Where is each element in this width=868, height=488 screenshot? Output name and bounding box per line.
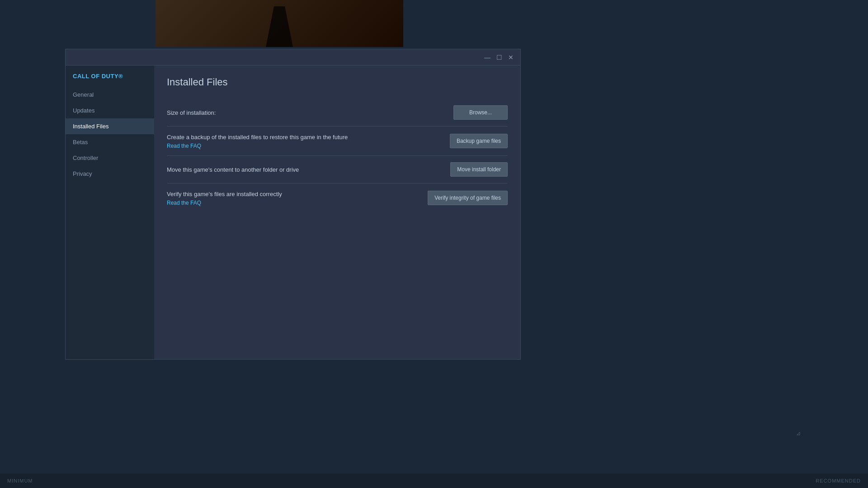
recommended-label: RECOMMENDED bbox=[816, 478, 861, 483]
sidebar-item-controller[interactable]: Controller bbox=[66, 150, 154, 166]
page-title: Installed Files bbox=[167, 76, 508, 88]
backup-faq-link[interactable]: Read the FAQ bbox=[167, 143, 450, 149]
close-button[interactable]: ✕ bbox=[507, 53, 515, 61]
verify-text: Verify this game's files are installed c… bbox=[167, 190, 428, 206]
backup-text: Create a backup of the installed files t… bbox=[167, 133, 450, 149]
minimize-button[interactable]: — bbox=[483, 53, 491, 61]
sidebar: CALL OF DUTY® General Updates Installed … bbox=[66, 66, 154, 359]
move-install-label: Move this game's content to another fold… bbox=[167, 166, 299, 173]
maximize-button[interactable]: ☐ bbox=[495, 53, 503, 61]
move-install-row: Move this game's content to another fold… bbox=[167, 156, 508, 183]
sidebar-item-installed-files[interactable]: Installed Files bbox=[66, 118, 154, 134]
backup-row: Create a backup of the installed files t… bbox=[167, 127, 508, 156]
verify-label: Verify this game's files are installed c… bbox=[167, 191, 282, 197]
verify-integrity-button[interactable]: Verify integrity of game files bbox=[428, 191, 508, 205]
size-installation-label: Size of installation: bbox=[167, 109, 216, 116]
verify-faq-link[interactable]: Read the FAQ bbox=[167, 200, 428, 206]
sidebar-item-privacy[interactable]: Privacy bbox=[66, 166, 154, 182]
move-install-text: Move this game's content to another fold… bbox=[167, 165, 450, 174]
minimum-label: MINIMUM bbox=[7, 478, 33, 483]
sidebar-item-updates[interactable]: Updates bbox=[66, 103, 154, 118]
resize-handle[interactable]: ⊿ bbox=[795, 430, 802, 437]
browse-button[interactable]: Browse... bbox=[453, 105, 508, 120]
modal-body: CALL OF DUTY® General Updates Installed … bbox=[66, 66, 520, 359]
verify-row: Verify this game's files are installed c… bbox=[167, 183, 508, 212]
backup-label: Create a backup of the installed files t… bbox=[167, 134, 348, 141]
game-banner bbox=[156, 0, 403, 47]
modal-window: — ☐ ✕ CALL OF DUTY® General Updates Inst… bbox=[65, 49, 521, 360]
game-title: CALL OF DUTY® bbox=[66, 73, 154, 87]
window-controls: — ☐ ✕ bbox=[483, 53, 515, 61]
backup-game-files-button[interactable]: Backup game files bbox=[450, 134, 508, 148]
sidebar-item-betas[interactable]: Betas bbox=[66, 134, 154, 150]
bottom-bar: MINIMUM RECOMMENDED bbox=[0, 474, 868, 488]
title-bar: — ☐ ✕ bbox=[66, 49, 520, 66]
move-install-folder-button[interactable]: Move install folder bbox=[450, 162, 508, 177]
game-artwork bbox=[156, 0, 403, 47]
content-panel: Installed Files Size of installation: Br… bbox=[154, 66, 520, 359]
sidebar-item-general[interactable]: General bbox=[66, 87, 154, 103]
size-installation-row: Size of installation: Browse... bbox=[167, 99, 508, 127]
size-installation-text: Size of installation: bbox=[167, 108, 453, 117]
